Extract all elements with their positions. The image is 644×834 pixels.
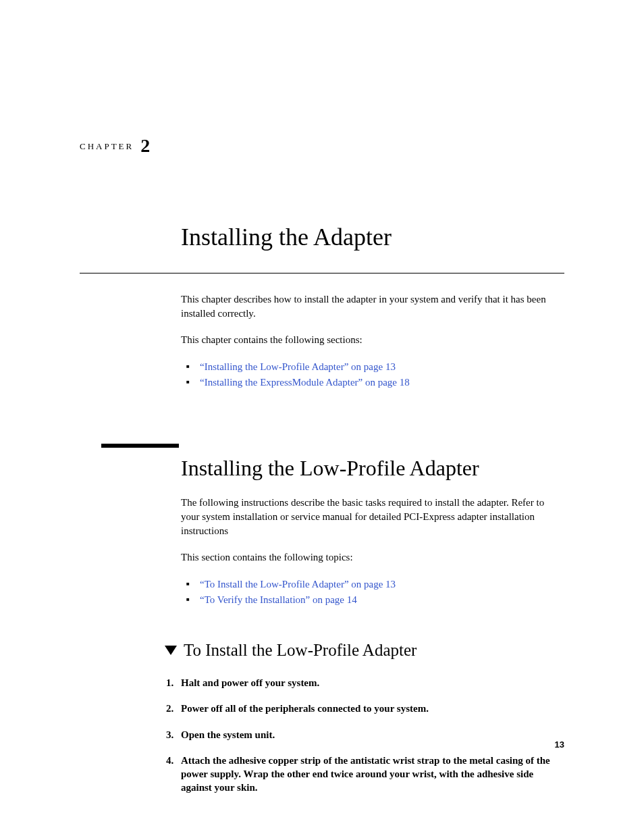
chapter-number: 2 <box>140 135 150 156</box>
page-number: 13 <box>555 739 564 750</box>
subsection-install-low-profile: To Install the Low-Profile Adapter Halt … <box>181 641 564 795</box>
section-toc-list: “To Install the Low-Profile Adapter” on … <box>181 577 564 607</box>
section-title: Installing the Low-Profile Adapter <box>181 456 564 481</box>
subsection-header: To Install the Low-Profile Adapter <box>165 641 564 660</box>
divider-rule <box>80 273 564 273</box>
section-paragraph-2: This section contains the following topi… <box>181 550 564 565</box>
procedure-step: Attach the adhesive copper strip of the … <box>166 754 564 795</box>
chapter-marker: CHAPTER 2 <box>80 135 150 157</box>
document-page: CHAPTER 2 Installing the Adapter This ch… <box>0 0 644 834</box>
procedure-step: Open the system unit. <box>166 728 564 741</box>
content-area: Installing the Adapter This chapter desc… <box>181 223 564 795</box>
subsection-title: To Install the Low-Profile Adapter <box>184 641 417 660</box>
intro-paragraph-1: This chapter describes how to install th… <box>181 292 564 321</box>
procedure-steps-list: Halt and power off your system. Power of… <box>181 676 564 795</box>
toc-item: “To Verify the Installation” on page 14 <box>181 592 564 608</box>
section-low-profile: Installing the Low-Profile Adapter The f… <box>181 456 564 795</box>
xref-link-low-profile[interactable]: “Installing the Low-Profile Adapter” on … <box>200 361 396 372</box>
section-divider-bar <box>101 444 179 448</box>
triangle-down-icon <box>165 646 177 655</box>
section-paragraph-1: The following instructions describe the … <box>181 496 564 538</box>
procedure-step: Halt and power off your system. <box>166 676 564 689</box>
chapter-label: CHAPTER <box>80 141 134 151</box>
xref-link-install-low-profile[interactable]: “To Install the Low-Profile Adapter” on … <box>200 579 396 590</box>
toc-item: “Installing the ExpressModule Adapter” o… <box>181 375 564 390</box>
toc-item: “To Install the Low-Profile Adapter” on … <box>181 577 564 592</box>
intro-paragraph-2: This chapter contains the following sect… <box>181 333 564 347</box>
chapter-toc-list: “Installing the Low-Profile Adapter” on … <box>181 359 564 390</box>
toc-item: “Installing the Low-Profile Adapter” on … <box>181 359 564 375</box>
procedure-step: Power off all of the peripherals connect… <box>166 702 564 715</box>
xref-link-expressmodule[interactable]: “Installing the ExpressModule Adapter” o… <box>200 377 410 388</box>
xref-link-verify-installation[interactable]: “To Verify the Installation” on page 14 <box>200 594 357 605</box>
chapter-title: Installing the Adapter <box>181 223 564 251</box>
